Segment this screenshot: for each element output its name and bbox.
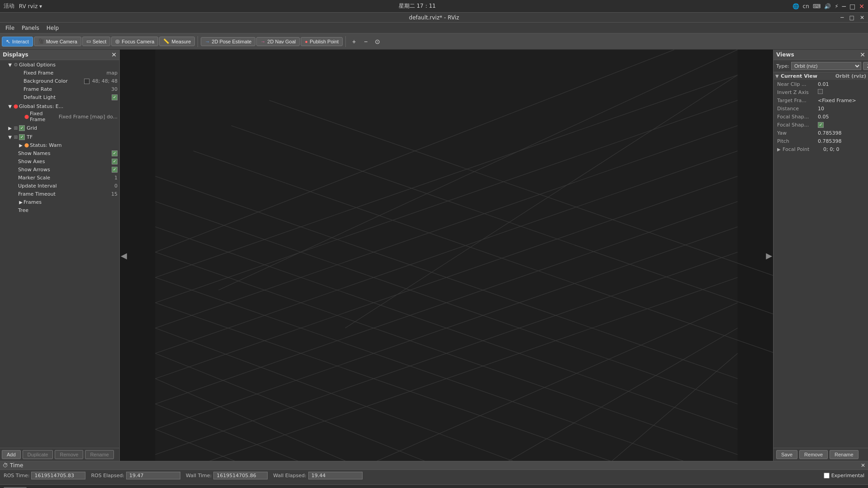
volume-icon[interactable]: 🔊: [824, 3, 831, 9]
global-options-expand[interactable]: ▼: [7, 62, 13, 67]
views-remove-button[interactable]: Remove: [799, 450, 828, 459]
views-type-select[interactable]: Orbit (rviz) FPS (rviz) ThirdPersonFollo…: [791, 62, 861, 70]
window-maximize[interactable]: □: [849, 3, 855, 10]
app-label[interactable]: RV rviz ▾: [17, 3, 42, 9]
window-controls[interactable]: ─ □ ✕: [839, 14, 866, 21]
experimental-checkbox[interactable]: [824, 473, 830, 479]
time-icon: ⏱: [3, 462, 8, 469]
time-experimental: Experimental: [824, 473, 864, 479]
nav-goal-button[interactable]: → 2D Nav Goal: [256, 37, 300, 46]
globe-icon[interactable]: 🌐: [793, 3, 799, 9]
show-arrows-checkbox[interactable]: ✓: [112, 167, 118, 173]
tree-row[interactable]: Tree: [0, 206, 119, 214]
invert-z-checkbox[interactable]: [818, 89, 823, 94]
focal-shape1-val: 0.05: [818, 114, 829, 120]
focal-shape2-checkbox[interactable]: ✓: [818, 122, 824, 128]
frame-timeout-row[interactable]: Frame Timeout 15: [0, 190, 119, 198]
tf-row[interactable]: ▼ ⊞ ✓ TF: [0, 133, 119, 141]
frame-rate-row[interactable]: Frame Rate 30: [0, 85, 119, 93]
lang-icon[interactable]: cn: [803, 3, 809, 9]
distance-val: 10: [818, 106, 824, 112]
fixed-frame-status-row[interactable]: ● Fixed Frame Fixed Frame [map] do...: [0, 110, 119, 123]
update-interval-value: 0: [114, 183, 118, 189]
views-save-button[interactable]: Save: [776, 450, 797, 459]
zoom-in-button[interactable]: +: [349, 36, 359, 47]
invert-z-val: [818, 89, 823, 95]
fixed-frame-status-label: Fixed Frame: [30, 111, 57, 122]
views-rename-button[interactable]: Rename: [830, 450, 859, 459]
grid-checkbox[interactable]: ✓: [19, 125, 25, 131]
pitch-key: Pitch: [777, 138, 818, 144]
global-status-row[interactable]: ▼ ● Global Status: E...: [0, 102, 119, 110]
background-color-row[interactable]: Background Color 48; 48; 48: [0, 77, 119, 85]
displays-close-icon[interactable]: ✕: [111, 51, 117, 58]
views-footer: Save Remove Rename: [774, 448, 868, 461]
near-clip-key: Near Clip ...: [777, 81, 818, 87]
frames-expand[interactable]: ▶: [18, 200, 24, 205]
show-names-value: ✓: [112, 150, 118, 156]
show-axes-row[interactable]: Show Axes ✓: [0, 157, 119, 165]
win-min-btn[interactable]: ─: [839, 14, 845, 21]
menu-help[interactable]: Help: [43, 24, 62, 32]
global-options-row[interactable]: ▼ ⚙ Global Options: [0, 61, 119, 69]
show-names-row[interactable]: Show Names ✓: [0, 149, 119, 157]
default-light-checkbox[interactable]: ✓: [112, 94, 118, 100]
select-button[interactable]: ▭ Select: [82, 37, 111, 46]
menu-panels[interactable]: Panels: [18, 24, 43, 32]
interact-icon: ↖: [6, 38, 10, 45]
pose-estimate-button[interactable]: → 2D Pose Estimate: [201, 37, 255, 46]
duplicate-button[interactable]: Duplicate: [23, 450, 53, 459]
publish-point-button[interactable]: ● Publish Point: [301, 37, 343, 46]
global-status-expand[interactable]: ▼: [7, 104, 13, 109]
update-interval-row[interactable]: Update Interval 0: [0, 182, 119, 190]
tf-status-expand[interactable]: ▶: [18, 143, 24, 148]
tf-status-row[interactable]: ▶ ● Status: Warn: [0, 141, 119, 149]
menu-file[interactable]: File: [2, 24, 18, 32]
win-max-btn[interactable]: □: [848, 14, 856, 21]
marker-scale-row[interactable]: Marker Scale 1: [0, 174, 119, 182]
viewport[interactable]: ◀ ▶: [120, 50, 773, 461]
tf-expand[interactable]: ▼: [7, 135, 13, 140]
viewport-arrow-right[interactable]: ▶: [766, 251, 772, 260]
keyboard-icon[interactable]: ⌨: [813, 3, 821, 9]
add-button[interactable]: Add: [2, 450, 21, 459]
frames-row[interactable]: ▶ Frames: [0, 198, 119, 206]
time-close-icon[interactable]: ✕: [861, 462, 865, 469]
views-type-label: Type:: [776, 63, 789, 69]
remove-button[interactable]: Remove: [55, 450, 83, 459]
default-light-row[interactable]: Default Light ✓: [0, 93, 119, 101]
show-names-checkbox[interactable]: ✓: [112, 150, 118, 156]
focal-point-expand[interactable]: ▶: [777, 147, 782, 152]
activities-label[interactable]: 活动: [4, 2, 14, 10]
show-arrows-row[interactable]: Show Arrows ✓: [0, 165, 119, 174]
global-options-label: Global Options: [19, 62, 118, 68]
time-panel: ⏱ Time ✕ ROS Time: 1619514705.83 ROS Ela…: [0, 461, 868, 484]
win-close-btn[interactable]: ✕: [858, 14, 866, 21]
zoom-fit-button[interactable]: ⊙: [372, 36, 383, 47]
current-view-expand[interactable]: ▼: [775, 74, 780, 79]
grid-label: Grid: [27, 125, 118, 131]
move-camera-button[interactable]: 🎥 Move Camera: [34, 37, 81, 46]
views-close-icon[interactable]: ✕: [860, 51, 865, 58]
power-icon[interactable]: ⚡: [835, 3, 838, 9]
viewport-arrow-left[interactable]: ◀: [121, 251, 127, 260]
current-view-header-row[interactable]: ▼ Current View Orbit (rviz): [774, 72, 868, 80]
tf-checkbox[interactable]: ✓: [19, 134, 25, 140]
fixed-frame-row[interactable]: Fixed Frame map: [0, 69, 119, 77]
background-color-value: 48; 48; 48: [84, 78, 118, 84]
views-zero-button[interactable]: Zero: [863, 62, 868, 70]
rename-button[interactable]: Rename: [85, 450, 114, 459]
grid-expand[interactable]: ▶: [7, 126, 13, 131]
focus-camera-button[interactable]: ◎ Focus Camera: [111, 37, 158, 46]
measure-button[interactable]: 📏 Measure: [159, 37, 195, 46]
ros-elapsed-label: ROS Elapsed:: [91, 473, 124, 479]
zoom-out-button[interactable]: −: [360, 36, 371, 47]
window-minimize[interactable]: ─: [842, 3, 846, 10]
show-axes-checkbox[interactable]: ✓: [112, 159, 118, 164]
show-arrows-label: Show Arrows: [18, 167, 110, 173]
interact-button[interactable]: ↖ Interact: [2, 37, 33, 47]
time-header-left: ⏱ Time: [3, 462, 23, 469]
global-status-label: Global Status: E...: [19, 103, 118, 109]
window-close[interactable]: ✕: [859, 3, 864, 10]
grid-row[interactable]: ▶ ⊞ ✓ Grid: [0, 124, 119, 132]
